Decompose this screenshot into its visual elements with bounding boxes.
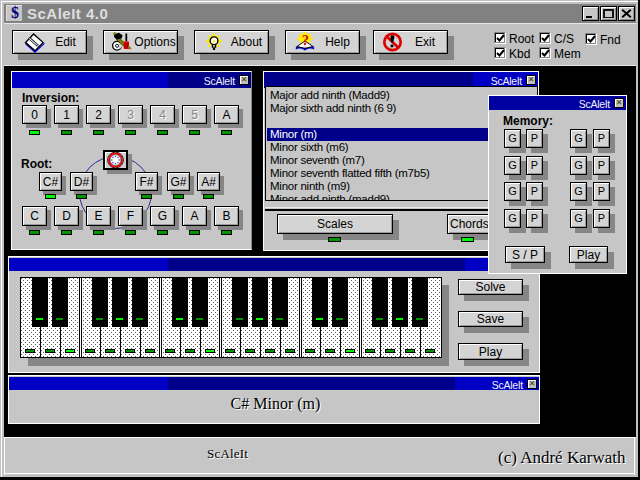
svg-text:?: ?: [302, 33, 309, 48]
